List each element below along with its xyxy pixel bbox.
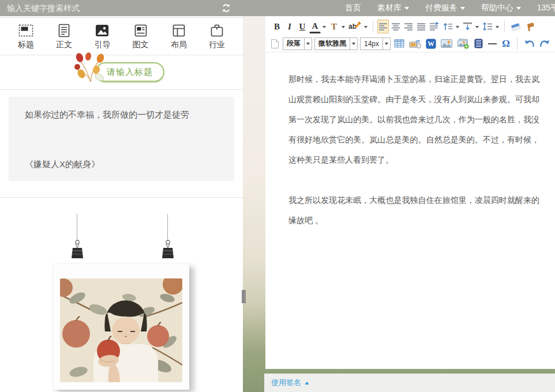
bold-button[interactable]: B [271,20,283,33]
space-after-paragraph-button[interactable] [462,20,474,33]
chevron-down-icon[interactable] [322,26,326,30]
format-painter-button[interactable] [525,20,537,33]
align-right-icon [404,22,413,31]
style-category-bar: 标题 正文 引导 图文 [0,17,243,55]
chevron-down-icon[interactable] [342,26,345,30]
category-image-text[interactable]: 图文 [127,22,154,55]
import-word-button[interactable]: W [425,37,437,51]
eraser-icon [510,22,522,32]
word-icon: W [426,39,436,49]
divider [504,21,505,32]
space-before-icon [443,22,453,31]
align-right-button[interactable] [403,20,414,33]
paragraph-format-select[interactable]: 段落 [283,37,312,50]
font-size-select[interactable]: 14px [360,37,391,50]
redo-icon [539,39,550,48]
divider [0,197,243,198]
nav-material-library[interactable]: 素材库 [377,3,409,13]
screen-capture-button[interactable] [408,37,422,51]
leaves-decoration-icon [73,52,108,88]
align-center-icon [391,22,400,31]
editor-content[interactable]: 那时候，我去本能寺拜谒浦卜玉堂的墓，归途正是黄昏。翌日，我去岚山观赏赖山阳刻的玉… [265,53,555,369]
special-character-button[interactable]: Ω [500,37,512,51]
category-industry[interactable]: 行业 [204,22,230,55]
insert-video-button[interactable] [472,37,484,51]
line-spacing-button[interactable] [481,20,494,33]
chevron-down-icon [516,7,521,12]
image-text-style-icon [133,22,148,39]
underline-button[interactable]: U [297,20,308,33]
industry-style-icon [209,22,224,39]
paragraph: 我之所以发现花未眠，大概也是我独自住在旅馆里，凌晨四时就醒来的缘故吧 。 [288,190,539,231]
clear-format-eraser-button[interactable] [509,20,523,33]
category-layout[interactable]: 布局 [166,22,192,55]
align-justify-button[interactable] [415,20,427,33]
font-family-select[interactable]: 微软雅黑 [314,37,358,50]
new-page-icon [271,39,279,49]
top-navigation: 首页 素材库 付费服务 帮助中心 135平 [345,0,555,16]
poster-style-template[interactable] [0,206,243,392]
multi-image-plus-icon [457,39,469,49]
new-document-button[interactable] [269,37,280,51]
insert-image-button[interactable] [440,37,453,51]
binder-clip-icon [160,240,175,261]
hanging-string [77,214,77,242]
align-justify-icon [417,22,426,31]
nav-help-center[interactable]: 帮助中心 [481,3,521,13]
horizontal-rule-button[interactable] [486,37,498,51]
chevron-down-icon[interactable] [364,26,367,30]
chevron-down-icon[interactable] [475,26,479,30]
signature-toggle[interactable]: 使用签名 [264,374,555,392]
divider [0,89,243,90]
binder-clip-icon [70,240,85,261]
refresh-icon[interactable] [221,3,231,13]
category-body[interactable]: 正文 [51,22,77,55]
style-panel: 标题 正文 引导 图文 [0,16,243,392]
redo-button[interactable] [538,37,552,51]
space-before-paragraph-button[interactable] [442,20,454,33]
style-search-input[interactable] [7,0,203,16]
align-left-button[interactable] [377,20,389,33]
category-title[interactable]: 标题 [13,22,39,55]
category-guide[interactable]: 引导 [89,22,115,55]
screen-capture-icon [409,39,421,48]
editor-toolbar-row1: B I U A T ab [265,18,555,35]
text-style-button[interactable]: T [328,20,340,33]
format-painter-icon [527,22,534,31]
editor-toolbar-row2: 段落 微软雅黑 14px W [265,35,555,52]
chevron-down-icon [382,38,390,50]
first-line-indent-button[interactable] [428,20,441,33]
undo-button[interactable] [523,37,536,51]
table-icon [394,39,404,48]
nav-paid-services[interactable]: 付费服务 [425,3,465,13]
quote-style-template[interactable]: 如果你过的不幸福，我所做的一切才是徒劳 《嫌疑人X的献身》 [9,97,234,181]
highlight-button[interactable]: ab [347,20,362,33]
nav-135-account[interactable]: 135平 [537,3,555,13]
editor-panel: B I U A T ab [265,16,555,369]
nav-home[interactable]: 首页 [345,3,361,13]
align-center-button[interactable] [390,20,402,33]
insert-multi-image-button[interactable] [456,37,470,51]
insert-table-button[interactable] [393,37,406,51]
title-style-template[interactable]: 请输入标题 [0,59,243,89]
chevron-down-icon[interactable] [496,26,499,30]
poster [53,264,189,390]
quote-source: 《嫌疑人X的献身》 [25,159,100,170]
line-spacing-icon [482,22,493,31]
app-window: 首页 素材库 付费服务 帮助中心 135平 标题 正文 [0,0,555,392]
chevron-down-icon[interactable] [456,26,459,30]
horizontal-line-icon [488,43,497,44]
left-panel-scrollbar[interactable] [242,290,246,303]
marker-pen-icon [354,21,361,28]
font-color-button[interactable]: A [309,20,321,33]
indent-icon [429,22,440,31]
italic-button[interactable]: I [284,20,295,33]
undo-icon [524,39,535,48]
divider [517,38,518,50]
topbar: 首页 素材库 付费服务 帮助中心 135平 [0,0,555,16]
divider [373,21,373,32]
chevron-down-icon [350,38,357,50]
poster-illustration [60,278,182,382]
title-style-icon [18,22,33,39]
chevron-down-icon [460,7,465,12]
